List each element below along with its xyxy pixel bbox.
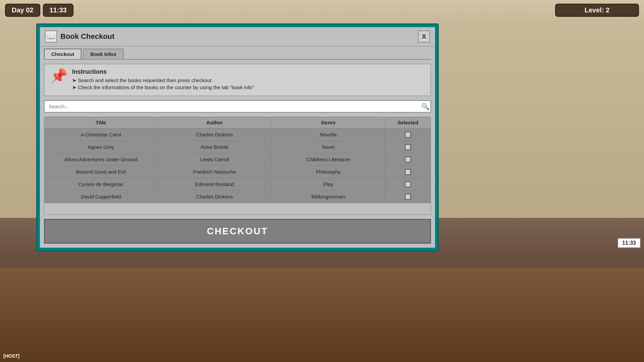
table-row: Beyond Good and Evil Friedrich Nietzsche… (44, 166, 431, 178)
cell-title: A Christmas Carol (44, 129, 158, 141)
cell-genre: Philosophy (272, 166, 385, 178)
search-input[interactable] (44, 100, 431, 113)
cell-author: Edmond Rostand (158, 178, 272, 190)
cell-selected (385, 166, 431, 178)
hud-left: Day 02 11:33 (5, 4, 73, 17)
select-checkbox[interactable] (405, 169, 411, 175)
cell-title: Alices Adventures Under Ground (44, 154, 158, 166)
checkout-button[interactable]: CHECKOUT (44, 219, 431, 244)
instructions-item-1: ➤ Search and select the books requested … (72, 77, 425, 83)
header-selected: Selected (385, 117, 431, 128)
cell-genre: Childrens Literature (272, 154, 385, 166)
header-title: Title (44, 117, 158, 128)
cell-selected (385, 178, 431, 190)
table-row: Cyrano de Bergerac Edmond Rostand Play (44, 178, 431, 191)
modal-titlebar: 📖 Book Checkout X (40, 27, 435, 47)
table-row: A Christmas Carol Charles Dickens Novell… (44, 129, 431, 141)
search-container: 🔍 (44, 100, 431, 113)
cell-genre: Novel (272, 141, 385, 153)
cell-genre: Play (272, 178, 385, 190)
cell-genre: Novella (272, 129, 385, 141)
book-icon: 📖 (45, 31, 57, 43)
host-label: [HOST] (3, 353, 19, 359)
hud: Day 02 11:33 Level: 2 (0, 0, 644, 20)
modal-title: Book Checkout (60, 32, 114, 41)
cell-genre: Bildungsroman (272, 191, 385, 203)
time-badge: 11:33 (43, 4, 73, 17)
cell-selected (385, 141, 431, 153)
book-table: Title Author Genre Selected A Christmas … (44, 117, 431, 215)
cell-author: Lewis Carroll (158, 154, 272, 166)
cell-title: Agnes Grey (44, 141, 158, 153)
select-checkbox[interactable] (405, 194, 411, 200)
instructions-title: Instructions (72, 68, 425, 75)
table-row: Alices Adventures Under Ground Lewis Car… (44, 154, 431, 166)
close-button[interactable]: X (418, 31, 430, 43)
select-checkbox[interactable] (405, 181, 411, 187)
instructions-item-2: ➤ Check the informations of the books on… (72, 84, 425, 90)
modal-body: 📌 Instructions ➤ Search and select the b… (40, 60, 435, 248)
cell-author: Charles Dickens (158, 191, 272, 203)
table-row: David Copperfield Charles Dickens Bildun… (44, 191, 431, 203)
cell-title: Cyrano de Bergerac (44, 178, 158, 190)
cell-author: Anne Brontë (158, 141, 272, 153)
table-header: Title Author Genre Selected (44, 117, 431, 129)
cell-selected (385, 154, 431, 166)
tab-checkout[interactable]: Checkout (44, 49, 82, 59)
modal-title-left: 📖 Book Checkout (45, 31, 114, 43)
pin-icon: 📌 (50, 69, 67, 83)
cell-author: Friedrich Nietzsche (158, 166, 272, 178)
header-author: Author (158, 117, 272, 128)
modal-overlay: 📖 Book Checkout X Checkout Book Infos 📌 … (36, 23, 439, 251)
modal-inner: 📖 Book Checkout X Checkout Book Infos 📌 … (40, 27, 435, 248)
bg-floor (0, 268, 644, 362)
cell-title: David Copperfield (44, 191, 158, 203)
instructions-content: Instructions ➤ Search and select the boo… (72, 68, 425, 92)
header-genre: Genre (272, 117, 385, 128)
cell-title: Beyond Good and Evil (44, 166, 158, 178)
select-checkbox[interactable] (405, 157, 411, 163)
cell-selected (385, 191, 431, 203)
cell-selected (385, 129, 431, 141)
table-row: Agnes Grey Anne Brontë Novel (44, 141, 431, 154)
level-badge: Level: 2 (555, 4, 639, 17)
modal-tabs: Checkout Book Infos (40, 47, 435, 59)
instructions-box: 📌 Instructions ➤ Search and select the b… (44, 64, 431, 96)
tab-book-infos[interactable]: Book Infos (83, 49, 124, 59)
select-checkbox[interactable] (405, 144, 411, 150)
search-icon-button[interactable]: 🔍 (421, 103, 430, 111)
select-checkbox[interactable] (405, 132, 411, 138)
day-badge: Day 02 (5, 4, 40, 17)
cell-author: Charles Dickens (158, 129, 272, 141)
bottom-time: 11:33 (618, 238, 641, 248)
table-body: A Christmas Carol Charles Dickens Novell… (44, 129, 431, 203)
